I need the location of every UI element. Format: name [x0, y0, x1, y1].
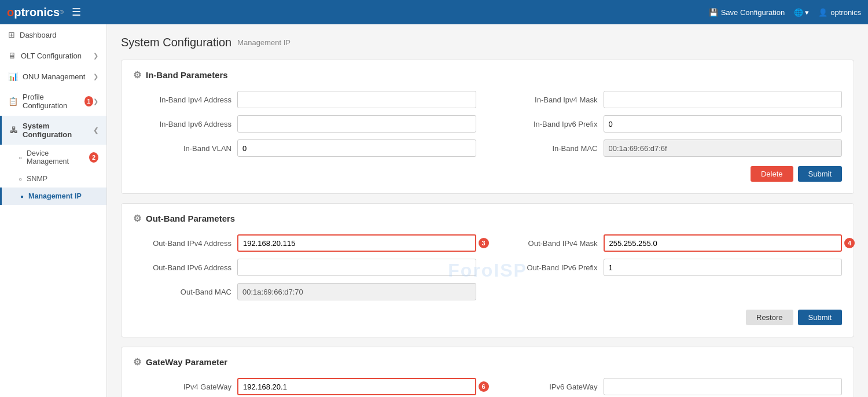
outband-ipv4-input[interactable]	[237, 234, 476, 252]
annotation-badge-3: 3	[479, 238, 489, 248]
gateway-form-col1: IPv4 GateWay 6	[133, 378, 476, 395]
sidebar-sub-label: SNMP	[27, 175, 47, 183]
inband-form-col2: In-Band Ipv4 Mask In-Band Ipv6 Prefix In…	[499, 91, 843, 157]
outband-mac-label: Out-Band MAC	[133, 288, 231, 296]
inband-title: In-Band Parameters	[146, 70, 228, 80]
outband-ipv4-label: Out-Band IPv4 Address	[133, 239, 231, 248]
gateway-form: IPv4 GateWay 6 IPv6 GateWay	[133, 378, 842, 395]
inband-ipv6-prefix-label: In-Band Ipv6 Prefix	[499, 120, 598, 128]
navbar-right: 💾 Save Configuration 🌐 ▾ 👤 optronics	[709, 8, 861, 17]
inband-ipv4-row: In-Band Ipv4 Address	[133, 91, 476, 108]
inband-mac-input	[604, 139, 843, 157]
inband-delete-button[interactable]: Delete	[751, 166, 793, 182]
outband-restore-button[interactable]: Restore	[746, 310, 793, 325]
inband-submit-button[interactable]: Submit	[798, 166, 842, 182]
inband-section: ⚙ In-Band Parameters In-Band Ipv4 Addres…	[121, 60, 854, 194]
annotation-badge-6: 6	[479, 381, 489, 392]
ipv6-gateway-label: IPv6 GateWay	[499, 383, 598, 391]
navbar-left: optronics® ☰	[7, 6, 81, 19]
gateway-title: GateWay Parameter	[146, 357, 227, 367]
sidebar-item-profile-config[interactable]: 📋 Profile Configuration 1 ❯	[0, 87, 106, 116]
outband-ipv4-row: Out-Band IPv4 Address 3	[133, 234, 476, 252]
ipv4-gateway-row: IPv4 GateWay 6	[133, 378, 476, 395]
inband-ipv4-input[interactable]	[237, 91, 476, 108]
outband-submit-button[interactable]: Submit	[798, 310, 842, 325]
gateway-header: ⚙ GateWay Parameter	[133, 356, 842, 367]
logo-reg: ®	[60, 9, 64, 15]
inband-ipv6-prefix-input[interactable]	[604, 115, 843, 133]
outband-ipv6-prefix-row: Out-Band IPv6 Prefix	[499, 259, 843, 276]
outband-header: ⚙ Out-Band Parameters	[133, 213, 842, 224]
inband-ipv4-mask-row: In-Band Ipv4 Mask	[499, 91, 843, 108]
inband-ipv4-label: In-Band Ipv4 Address	[133, 95, 231, 104]
outband-mac-input	[237, 283, 476, 300]
ipv6-gateway-input[interactable]	[604, 378, 843, 395]
outband-icon: ⚙	[133, 213, 141, 224]
circle-icon: ○	[19, 176, 22, 182]
logo-ptronics: ptronics	[14, 6, 60, 19]
ipv4-gateway-input[interactable]	[237, 378, 476, 395]
sidebar-sub-item-device-mgmt[interactable]: ○ Device Management 2	[0, 145, 106, 170]
inband-ipv6-label: In-Band Ipv6 Address	[133, 120, 231, 128]
inband-vlan-row: In-Band VLAN	[133, 139, 476, 157]
chevron-left-icon: ❮	[93, 127, 98, 134]
circle-filled-icon: ●	[20, 193, 24, 200]
chevron-right-icon: ❯	[93, 73, 98, 80]
sidebar-item-label: OLT Configuration	[21, 52, 82, 60]
save-config-button[interactable]: 💾 Save Configuration	[709, 8, 785, 17]
page-header: System Configuration Management IP	[121, 36, 854, 49]
page-breadcrumb: Management IP	[237, 38, 290, 47]
sidebar-item-label: Profile Configuration	[23, 93, 81, 110]
sidebar-item-olt-config[interactable]: 🖥 OLT Configuration ❯	[0, 45, 106, 66]
sidebar-sub-item-snmp[interactable]: ○ SNMP	[0, 170, 106, 188]
outband-ipv6-input[interactable]	[237, 259, 476, 276]
ipv4-gateway-label: IPv4 GateWay	[133, 383, 231, 391]
profile-badge: 1	[84, 96, 93, 106]
save-icon: 💾	[709, 8, 718, 17]
layout: ⊞ Dashboard 🖥 OLT Configuration ❯ 📊 ONU …	[0, 24, 868, 397]
ipv6-gateway-row: IPv6 GateWay	[499, 378, 843, 395]
username-label: optronics	[830, 8, 861, 17]
inband-ipv4-mask-input[interactable]	[604, 91, 843, 108]
outband-ipv4-mask-label: Out-Band IPv4 Mask	[499, 239, 598, 248]
sidebar-sub-label: Device Management	[27, 149, 86, 166]
inband-vlan-label: In-Band VLAN	[133, 144, 231, 153]
inband-ipv6-row: In-Band Ipv6 Address	[133, 115, 476, 133]
outband-ipv4-mask-input[interactable]	[604, 234, 843, 252]
navbar: optronics® ☰ 💾 Save Configuration 🌐 ▾ 👤 …	[0, 0, 868, 24]
inband-ipv4-mask-label: In-Band Ipv4 Mask	[499, 95, 598, 104]
profile-icon: 📋	[8, 97, 18, 106]
sidebar-item-label: ONU Management	[23, 72, 85, 81]
outband-btn-row: Restore Submit	[133, 310, 842, 325]
inband-header: ⚙ In-Band Parameters	[133, 69, 842, 80]
inband-ipv6-input[interactable]	[237, 115, 476, 133]
inband-form: In-Band Ipv4 Address In-Band Ipv6 Addres…	[133, 91, 842, 157]
sidebar-sub-item-management-ip[interactable]: ● Management IP	[0, 188, 106, 205]
user-button[interactable]: 👤 optronics	[818, 8, 861, 17]
sidebar-item-dashboard[interactable]: ⊞ Dashboard	[0, 24, 106, 45]
outband-ipv6-prefix-input[interactable]	[604, 259, 843, 276]
gateway-form-col2: IPv6 GateWay	[499, 378, 843, 395]
outband-ipv6-prefix-label: Out-Band IPv6 Prefix	[499, 263, 598, 272]
hamburger-icon[interactable]: ☰	[72, 6, 81, 19]
globe-button[interactable]: 🌐 ▾	[794, 8, 809, 17]
page-title: System Configuration	[121, 36, 231, 49]
inband-vlan-input[interactable]	[237, 139, 476, 157]
sidebar: ⊞ Dashboard 🖥 OLT Configuration ❯ 📊 ONU …	[0, 24, 107, 397]
sidebar-item-onu-mgmt[interactable]: 📊 ONU Management ❯	[0, 66, 106, 87]
outband-title: Out-Band Parameters	[146, 214, 235, 223]
inband-mac-row: In-Band MAC	[499, 139, 843, 157]
user-icon: 👤	[818, 8, 827, 17]
outband-form: Out-Band IPv4 Address 3 Out-Band IPv6 Ad…	[133, 234, 842, 300]
globe-arrow: ▾	[805, 8, 809, 17]
inband-ipv6-prefix-row: In-Band Ipv6 Prefix	[499, 115, 843, 133]
logo: optronics®	[7, 6, 64, 19]
sidebar-item-system-config[interactable]: 🖧 System Configuration ❮	[0, 116, 106, 145]
chevron-right-icon: ❯	[93, 52, 98, 60]
system-icon: 🖧	[10, 126, 18, 135]
sidebar-item-label: Dashboard	[20, 31, 57, 39]
outband-mac-row: Out-Band MAC	[133, 283, 476, 300]
gateway-icon: ⚙	[133, 356, 141, 367]
outband-form-col2: Out-Band IPv4 Mask 4 Out-Band IPv6 Prefi…	[499, 234, 843, 300]
chevron-right-icon: ❯	[93, 98, 98, 105]
